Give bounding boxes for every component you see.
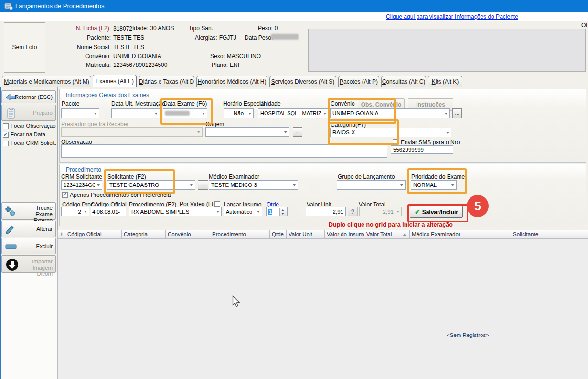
download-circle-icon xyxy=(6,258,19,271)
double-plus-icon xyxy=(5,206,16,217)
focar-crm-label: Focar CRM Solicit. xyxy=(11,140,56,146)
convenio-value: UNIMED GOIANIA xyxy=(113,53,161,60)
grid-col-valor-total[interactable]: Valor Total xyxy=(364,230,410,239)
idade-field: Idade:30 ANOS xyxy=(132,25,174,32)
codigo-proc-select[interactable]: 2 xyxy=(61,207,89,216)
unidade-select[interactable]: HOSPITAL SQL - MATRIZ xyxy=(258,108,329,118)
crm-select[interactable]: 12341234GO xyxy=(61,180,102,190)
patient-extra-panel xyxy=(308,29,586,72)
tab-exames[interactable]: Exames (Alt E) xyxy=(93,75,137,87)
tab-consultas[interactable]: Consultas (Alt C) xyxy=(381,76,426,87)
alterar-button[interactable]: Alterar xyxy=(1,221,56,237)
pacote-select[interactable] xyxy=(61,108,99,118)
grid-body[interactable] xyxy=(57,239,588,379)
solicitante-lookup-button[interactable]: ... xyxy=(198,180,208,190)
prioridade-label: Prioridade do Exame xyxy=(411,173,465,180)
peso-field: Peso:0 xyxy=(258,25,278,32)
grupo-label: Grupo de Lançamento xyxy=(338,173,395,180)
grid-col-categoria[interactable]: Categoria xyxy=(122,230,166,239)
prioridade-select[interactable]: NORMAL xyxy=(411,180,457,190)
patient-info-link[interactable]: Clique aqui para visualizar Informações … xyxy=(386,13,518,20)
grid-col-valor-insumo[interactable]: Valor do Insumo xyxy=(325,230,364,239)
grupo-select[interactable] xyxy=(337,180,406,190)
plano-field: Plano:ENF xyxy=(212,62,241,68)
data-peso-redacted-value xyxy=(271,34,299,40)
horario-label: Horário Especial xyxy=(223,100,265,107)
categoria-select[interactable]: RAIOS-X xyxy=(330,128,451,137)
grid-col-codigo-oficial[interactable]: Código Oficial xyxy=(65,230,122,239)
codigo-oficial-input[interactable]: 4.08.08.01-7 xyxy=(91,207,126,216)
importar-dicom-button[interactable]: Importar Imagem Dicom xyxy=(1,255,56,273)
tab-kits[interactable]: Kits (Alt K) xyxy=(428,76,462,87)
prestador-select[interactable] xyxy=(61,127,203,137)
categoria-label: Categoria(F7) xyxy=(331,121,366,128)
grid-col-qtde[interactable]: Qtde xyxy=(270,230,287,239)
trouxe-exame-externo-button[interactable]: Trouxe Exame Externo xyxy=(1,202,56,220)
por-video-label: Por Video (F8) xyxy=(180,201,217,207)
grid-corner-icon[interactable] xyxy=(57,230,65,239)
sort-asc-icon xyxy=(403,234,406,236)
clipboard-icon xyxy=(7,108,16,119)
unidade-label: Unidade xyxy=(259,100,281,107)
apenas-referencia-checkbox[interactable] xyxy=(62,192,68,198)
lancar-insumo-select[interactable]: Automático xyxy=(224,207,262,216)
retornar-button[interactable]: Retornar (ESC) xyxy=(1,90,56,103)
origem-label: Origem xyxy=(205,121,224,128)
procedimento-select[interactable]: RX ABDOME SIMPLES xyxy=(129,207,222,216)
focar-na-data-checkbox[interactable] xyxy=(3,132,9,138)
grid-col-procedimento[interactable]: Procedimento xyxy=(210,230,270,239)
origem-select[interactable] xyxy=(205,127,289,137)
focar-observacao-checkbox[interactable] xyxy=(3,123,9,129)
alergias-field: Alergias:FGJTJ xyxy=(195,34,236,41)
sms-number-input[interactable]: 5562999999 xyxy=(391,145,453,154)
observacao-textarea[interactable] xyxy=(61,144,387,158)
app-window: Lançamentos de Procedimentos Clique aqui… xyxy=(0,0,588,379)
prestador-label: Prestador que Irá Receber xyxy=(61,121,128,128)
tab-materiais[interactable]: Materiais e Medicamentos (Alt M) xyxy=(2,76,91,87)
grid-col-solicitante[interactable]: Solicitante xyxy=(511,230,588,239)
data-exame-redacted-value xyxy=(165,111,190,116)
nome-social-label: Nome Social: xyxy=(49,44,111,51)
horario-select[interactable]: Não xyxy=(224,108,254,118)
focar-na-data-label: Focar na Data xyxy=(11,131,45,137)
apenas-referencia-label: Apenas Procedimentos com Referencia xyxy=(70,192,171,198)
grid-col-valor-unit[interactable]: Valor Unit. xyxy=(287,230,325,239)
help-icon[interactable]: ? xyxy=(348,207,358,216)
valor-total-field: 2,91 xyxy=(359,207,402,216)
qtde-stepper[interactable]: 1 xyxy=(266,207,288,216)
crm-label: CRM Solicitante xyxy=(61,173,102,180)
tab-pacotes[interactable]: Pacotes (Alt P) xyxy=(338,76,379,87)
data-ult-select[interactable] xyxy=(111,108,160,118)
tipo-san-field: Tipo San.: xyxy=(189,25,216,32)
origem-lookup-button[interactable]: ... xyxy=(293,127,302,137)
matricula-label: Matricula: xyxy=(49,62,111,68)
preparo-button[interactable]: Preparo xyxy=(1,105,56,121)
convenio-field-label: Convênio xyxy=(331,100,355,107)
tab-servicos[interactable]: Serviços Diversos (Alt S) xyxy=(269,76,336,87)
title-bar: Lançamentos de Procedimentos xyxy=(0,0,588,12)
data-exame-label: Data Exame (F6) xyxy=(163,100,207,107)
medico-select[interactable]: TESTE MEDICO 3 xyxy=(209,180,298,190)
paciente-label: Paciente: xyxy=(49,34,111,41)
n-ficha-value: 318072 xyxy=(113,25,132,32)
por-video-checkbox[interactable] xyxy=(214,201,220,207)
grid-col-medico[interactable]: Médico Examinador xyxy=(410,230,511,239)
focar-crm-checkbox[interactable] xyxy=(3,141,9,146)
excluir-button[interactable]: Excluir xyxy=(1,238,56,254)
sidebar-empty-area xyxy=(1,273,57,379)
tab-strip-line xyxy=(0,87,588,87)
salvar-incluir-button[interactable]: Salvar/Incluir xyxy=(410,206,463,218)
convenio-select[interactable]: UNIMED GOIANIA xyxy=(330,108,450,118)
tab-diarias[interactable]: Diárias e Taxas (Alt D) xyxy=(139,76,194,87)
annotation-note: Duplo clique no grid para iniciar a alte… xyxy=(329,221,453,228)
step-badge: 5 xyxy=(467,195,489,217)
medico-label: Médico Examinador xyxy=(209,173,259,180)
tab-honorarios[interactable]: Honorários Médicos (Alt H) xyxy=(196,76,267,87)
grid-col-convenio[interactable]: Convênio xyxy=(166,230,210,239)
app-icon xyxy=(4,2,13,11)
convenio-lookup-button[interactable]: ... xyxy=(452,108,462,118)
valor-unit-input[interactable]: 2,91 xyxy=(306,207,346,216)
solicitante-select[interactable]: TESTE CADASTRO xyxy=(107,180,195,190)
pacote-label: Pacote xyxy=(62,100,79,107)
enviar-sms-checkbox[interactable] xyxy=(393,139,398,145)
